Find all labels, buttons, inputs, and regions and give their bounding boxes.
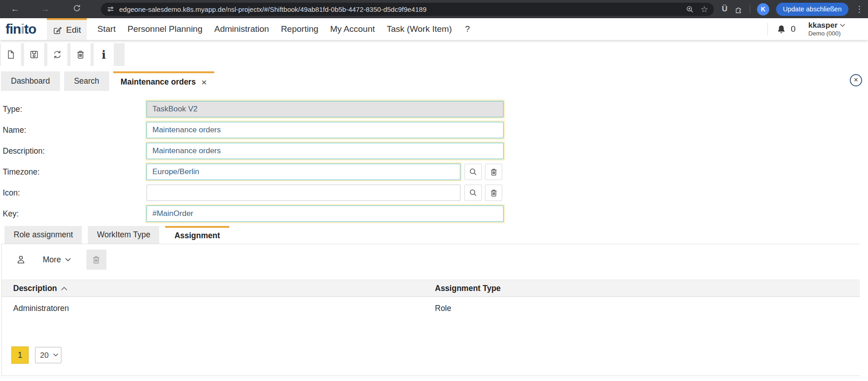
record-form: Type: Name: Description: Timezone:: [3, 101, 504, 226]
name-field[interactable]: [146, 122, 504, 138]
assignment-panel: More Description Assignment Type Adminis…: [1, 244, 860, 376]
assignment-toolbar: More: [10, 250, 860, 270]
page-size-select[interactable]: 20: [35, 347, 61, 363]
trash-icon: [91, 255, 101, 265]
notifications-bell-icon[interactable]: [776, 24, 787, 35]
pagination: 1 20: [11, 346, 61, 364]
zoom-icon[interactable]: [686, 5, 694, 14]
menu-item-help[interactable]: ?: [458, 18, 477, 40]
more-button[interactable]: More: [35, 250, 78, 270]
description-label: Description:: [3, 146, 146, 156]
info-button[interactable]: i: [94, 43, 114, 66]
user-menu[interactable]: kkasper Demo (000): [808, 21, 845, 37]
form-row-key: Key:: [3, 206, 504, 222]
icon-label: Icon:: [3, 188, 146, 198]
sort-ascending-icon[interactable]: [61, 286, 67, 291]
table-row[interactable]: Administratoren Role: [2, 297, 860, 320]
search-icon: [469, 167, 478, 176]
logo-part-to: to: [24, 21, 36, 36]
trash-icon: [490, 168, 498, 176]
new-record-button[interactable]: [1, 43, 21, 66]
menu-item-administration[interactable]: Administration: [208, 18, 275, 40]
tab-assignment[interactable]: Assignment: [165, 226, 229, 244]
column-header-description[interactable]: Description: [13, 284, 57, 293]
app-logo[interactable]: finito: [5, 21, 36, 37]
page-size-wrap: 20: [35, 347, 61, 363]
icon-field[interactable]: [146, 185, 460, 201]
extensions-puzzle-icon[interactable]: [734, 5, 743, 14]
key-label: Key:: [3, 209, 146, 219]
add-person-button[interactable]: [10, 250, 32, 270]
chevron-down-icon: [65, 258, 71, 262]
more-button-label: More: [43, 255, 61, 265]
extension-u-icon[interactable]: Ü: [722, 5, 727, 14]
timezone-label: Timezone:: [3, 167, 146, 177]
browser-reload-icon[interactable]: [71, 4, 83, 15]
form-row-icon: Icon:: [3, 185, 504, 201]
refresh-icon: [52, 50, 62, 60]
menu-item-my-account[interactable]: My Account: [324, 18, 381, 40]
page-1-button[interactable]: 1: [11, 346, 29, 364]
tab-search[interactable]: Search: [64, 71, 109, 91]
logo-part-i: i: [21, 21, 24, 36]
save-floppy-icon: [29, 50, 39, 60]
logo-part-fin: fin: [5, 21, 21, 36]
timezone-search-button[interactable]: [464, 164, 482, 180]
url-bar[interactable]: edgeone-salesdemo.k8s.myapp.de/nsl-proje…: [101, 3, 714, 16]
menu-item-task-work-item[interactable]: Task (Work Item): [381, 18, 458, 40]
save-button[interactable]: [24, 43, 44, 66]
delete-button[interactable]: [71, 43, 91, 66]
form-row-timezone: Timezone:: [3, 164, 504, 180]
record-toolbar: i: [0, 43, 125, 66]
bookmark-star-icon[interactable]: ☆: [701, 4, 708, 15]
menu-item-edit[interactable]: Edit: [47, 18, 87, 40]
timezone-field[interactable]: [146, 164, 460, 180]
icon-clear-button[interactable]: [485, 185, 502, 201]
menu-item-edit-label: Edit: [66, 25, 81, 35]
timezone-clear-button[interactable]: [485, 164, 502, 180]
main-tabbar: Dashboard Search Maintenance orders ×: [1, 71, 214, 91]
close-view-icon[interactable]: ×: [850, 74, 862, 86]
key-field[interactable]: [146, 206, 504, 222]
reload-icon: [73, 4, 81, 12]
screen: ← → edgeone-salesdemo.k8s.myapp.de/nsl-p…: [0, 0, 868, 381]
notification-count: 0: [791, 24, 796, 34]
tab-maintenance-orders[interactable]: Maintenance orders ×: [113, 71, 214, 91]
detail-tabbar: Role assignment WorkItem Type Assignment: [5, 226, 229, 244]
refresh-button[interactable]: [47, 43, 67, 66]
icon-search-button[interactable]: [464, 185, 482, 201]
user-name: kkasper: [808, 21, 838, 30]
app-header: finito Edit Start Personnel Planning Adm…: [0, 18, 868, 40]
menu-item-personnel-planning[interactable]: Personnel Planning: [121, 18, 208, 40]
description-field[interactable]: [146, 143, 504, 159]
chrome-divider: [750, 5, 750, 14]
trash-icon: [490, 189, 498, 197]
browser-menu-icon[interactable]: ⋮: [855, 4, 863, 14]
browser-profile-avatar[interactable]: K: [757, 3, 769, 15]
menu-item-start[interactable]: Start: [91, 18, 121, 40]
tab-close-icon[interactable]: ×: [201, 77, 207, 87]
name-label: Name:: [3, 125, 146, 135]
form-row-type: Type:: [3, 101, 504, 117]
menu-item-reporting[interactable]: Reporting: [275, 18, 324, 40]
assignment-table-header: Description Assignment Type: [2, 280, 860, 297]
browser-back-icon[interactable]: ←: [9, 4, 21, 14]
tab-dashboard[interactable]: Dashboard: [1, 71, 60, 91]
tab-workitem-type[interactable]: WorkItem Type: [88, 226, 159, 244]
tab-role-assignment[interactable]: Role assignment: [5, 226, 82, 244]
update-button[interactable]: Update abschließen: [776, 3, 848, 16]
column-header-assignment-type[interactable]: Assignment Type: [435, 284, 501, 293]
site-settings-icon[interactable]: [106, 5, 115, 13]
edit-pencil-icon: [53, 25, 62, 35]
remove-assignment-button[interactable]: [86, 250, 106, 270]
row-assignment-type: Role: [435, 304, 451, 313]
new-document-icon: [6, 50, 16, 60]
user-tenant: Demo (000): [808, 30, 845, 37]
url-text[interactable]: edgeone-salesdemo.k8s.myapp.de/nsl-proje…: [119, 5, 681, 13]
header-divider: [767, 23, 768, 35]
trash-icon: [76, 50, 86, 60]
browser-chrome: ← → edgeone-salesdemo.k8s.myapp.de/nsl-p…: [0, 0, 868, 18]
browser-forward-icon[interactable]: →: [39, 4, 51, 14]
type-field[interactable]: [146, 101, 504, 117]
form-row-description: Description:: [3, 143, 504, 159]
